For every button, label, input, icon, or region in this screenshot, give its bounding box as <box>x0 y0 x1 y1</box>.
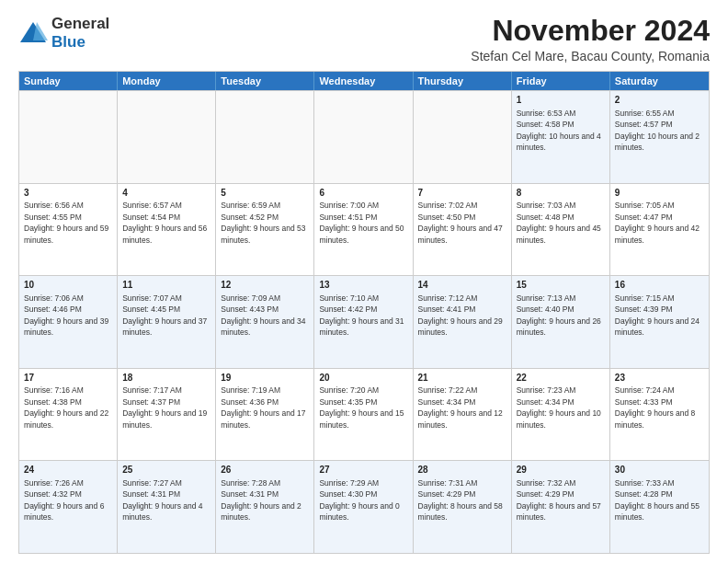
calendar-cell-day-30: 30Sunrise: 7:33 AM Sunset: 4:28 PM Dayli… <box>610 461 709 553</box>
logo-blue: Blue <box>51 33 85 51</box>
page: General Blue November 2024 Stefan Cel Ma… <box>0 0 728 563</box>
day-info-4: Sunrise: 6:57 AM Sunset: 4:54 PM Dayligh… <box>122 201 207 244</box>
day-info-19: Sunrise: 7:19 AM Sunset: 4:36 PM Dayligh… <box>221 385 305 429</box>
header-day-thursday: Thursday <box>414 72 512 90</box>
day-info-8: Sunrise: 7:03 AM Sunset: 4:48 PM Dayligh… <box>517 201 601 244</box>
calendar-cell-day-19: 19Sunrise: 7:19 AM Sunset: 4:36 PM Dayli… <box>216 369 314 461</box>
calendar-cell-day-11: 11Sunrise: 7:07 AM Sunset: 4:45 PM Dayli… <box>118 276 216 368</box>
day-number-7: 7 <box>418 187 506 200</box>
day-info-12: Sunrise: 7:09 AM Sunset: 4:43 PM Dayligh… <box>221 293 305 337</box>
day-info-20: Sunrise: 7:20 AM Sunset: 4:35 PM Dayligh… <box>319 385 404 429</box>
calendar-cell-day-26: 26Sunrise: 7:28 AM Sunset: 4:31 PM Dayli… <box>216 461 314 553</box>
calendar-cell-day-24: 24Sunrise: 7:26 AM Sunset: 4:32 PM Dayli… <box>19 461 118 553</box>
calendar-cell-day-9: 9Sunrise: 7:05 AM Sunset: 4:47 PM Daylig… <box>610 184 709 276</box>
day-number-6: 6 <box>319 187 407 200</box>
day-number-4: 4 <box>122 187 210 200</box>
day-number-5: 5 <box>221 187 309 200</box>
calendar-cell-day-4: 4Sunrise: 6:57 AM Sunset: 4:54 PM Daylig… <box>118 184 216 276</box>
day-number-8: 8 <box>517 187 605 200</box>
header-day-sunday: Sunday <box>19 72 118 90</box>
calendar-cell-day-25: 25Sunrise: 7:27 AM Sunset: 4:31 PM Dayli… <box>118 461 216 553</box>
day-info-13: Sunrise: 7:10 AM Sunset: 4:42 PM Dayligh… <box>319 293 404 337</box>
day-number-1: 1 <box>517 94 605 107</box>
calendar-cell-empty-0-3 <box>314 91 413 183</box>
calendar-cell-day-22: 22Sunrise: 7:23 AM Sunset: 4:34 PM Dayli… <box>512 369 610 461</box>
day-number-19: 19 <box>221 372 309 385</box>
calendar-cell-day-8: 8Sunrise: 7:03 AM Sunset: 4:48 PM Daylig… <box>512 184 610 276</box>
calendar-cell-day-2: 2Sunrise: 6:55 AM Sunset: 4:57 PM Daylig… <box>610 91 709 183</box>
calendar-cell-empty-0-0 <box>19 91 118 183</box>
day-number-2: 2 <box>615 94 704 107</box>
day-number-21: 21 <box>418 372 506 385</box>
day-info-15: Sunrise: 7:13 AM Sunset: 4:40 PM Dayligh… <box>517 293 601 337</box>
day-number-14: 14 <box>418 279 506 292</box>
header-day-tuesday: Tuesday <box>216 72 314 90</box>
calendar-cell-day-14: 14Sunrise: 7:12 AM Sunset: 4:41 PM Dayli… <box>414 276 512 368</box>
day-number-22: 22 <box>517 372 605 385</box>
day-number-24: 24 <box>24 464 112 477</box>
day-number-25: 25 <box>122 464 210 477</box>
day-number-29: 29 <box>517 464 605 477</box>
header: General Blue November 2024 Stefan Cel Ma… <box>18 15 710 63</box>
calendar-cell-empty-0-1 <box>118 91 216 183</box>
calendar-cell-day-16: 16Sunrise: 7:15 AM Sunset: 4:39 PM Dayli… <box>610 276 709 368</box>
header-day-monday: Monday <box>118 72 216 90</box>
calendar-cell-day-13: 13Sunrise: 7:10 AM Sunset: 4:42 PM Dayli… <box>314 276 413 368</box>
calendar-body: 1Sunrise: 6:53 AM Sunset: 4:58 PM Daylig… <box>19 90 709 553</box>
calendar-cell-day-29: 29Sunrise: 7:32 AM Sunset: 4:29 PM Dayli… <box>512 461 610 553</box>
location-subtitle: Stefan Cel Mare, Bacau County, Romania <box>471 49 710 63</box>
title-block: November 2024 Stefan Cel Mare, Bacau Cou… <box>471 15 710 63</box>
day-number-23: 23 <box>615 372 704 385</box>
day-info-3: Sunrise: 6:56 AM Sunset: 4:55 PM Dayligh… <box>24 201 108 244</box>
day-number-20: 20 <box>319 372 407 385</box>
calendar-cell-day-17: 17Sunrise: 7:16 AM Sunset: 4:38 PM Dayli… <box>19 369 118 461</box>
calendar-cell-day-5: 5Sunrise: 6:59 AM Sunset: 4:52 PM Daylig… <box>216 184 314 276</box>
calendar-cell-day-23: 23Sunrise: 7:24 AM Sunset: 4:33 PM Dayli… <box>610 369 709 461</box>
day-number-30: 30 <box>615 464 704 477</box>
day-info-1: Sunrise: 6:53 AM Sunset: 4:58 PM Dayligh… <box>517 109 601 152</box>
day-info-6: Sunrise: 7:00 AM Sunset: 4:51 PM Dayligh… <box>319 201 404 244</box>
day-info-25: Sunrise: 7:27 AM Sunset: 4:31 PM Dayligh… <box>122 478 202 522</box>
calendar: SundayMondayTuesdayWednesdayThursdayFrid… <box>18 71 710 554</box>
day-info-24: Sunrise: 7:26 AM Sunset: 4:32 PM Dayligh… <box>24 478 104 522</box>
day-info-29: Sunrise: 7:32 AM Sunset: 4:29 PM Dayligh… <box>517 478 601 522</box>
calendar-cell-day-1: 1Sunrise: 6:53 AM Sunset: 4:58 PM Daylig… <box>512 91 610 183</box>
calendar-header: SundayMondayTuesdayWednesdayThursdayFrid… <box>19 72 709 90</box>
day-number-11: 11 <box>122 279 210 292</box>
calendar-cell-day-18: 18Sunrise: 7:17 AM Sunset: 4:37 PM Dayli… <box>118 369 216 461</box>
calendar-row-2: 10Sunrise: 7:06 AM Sunset: 4:46 PM Dayli… <box>19 275 709 368</box>
day-number-15: 15 <box>517 279 605 292</box>
calendar-row-4: 24Sunrise: 7:26 AM Sunset: 4:32 PM Dayli… <box>19 460 709 553</box>
day-info-28: Sunrise: 7:31 AM Sunset: 4:29 PM Dayligh… <box>418 478 503 522</box>
calendar-cell-empty-0-4 <box>414 91 512 183</box>
day-number-26: 26 <box>221 464 309 477</box>
calendar-cell-day-3: 3Sunrise: 6:56 AM Sunset: 4:55 PM Daylig… <box>19 184 118 276</box>
day-number-13: 13 <box>319 279 407 292</box>
header-day-friday: Friday <box>512 72 610 90</box>
day-number-28: 28 <box>418 464 506 477</box>
logo-general: General <box>51 15 109 32</box>
day-info-17: Sunrise: 7:16 AM Sunset: 4:38 PM Dayligh… <box>24 385 108 429</box>
svg-marker-1 <box>33 22 48 40</box>
month-title: November 2024 <box>471 15 710 47</box>
calendar-cell-day-28: 28Sunrise: 7:31 AM Sunset: 4:29 PM Dayli… <box>414 461 512 553</box>
header-day-saturday: Saturday <box>610 72 709 90</box>
day-number-17: 17 <box>24 372 112 385</box>
day-number-9: 9 <box>615 187 704 200</box>
day-info-2: Sunrise: 6:55 AM Sunset: 4:57 PM Dayligh… <box>615 109 700 152</box>
day-info-21: Sunrise: 7:22 AM Sunset: 4:34 PM Dayligh… <box>418 385 503 429</box>
day-info-10: Sunrise: 7:06 AM Sunset: 4:46 PM Dayligh… <box>24 293 108 337</box>
calendar-cell-day-27: 27Sunrise: 7:29 AM Sunset: 4:30 PM Dayli… <box>314 461 413 553</box>
day-info-9: Sunrise: 7:05 AM Sunset: 4:47 PM Dayligh… <box>615 201 700 244</box>
calendar-cell-day-6: 6Sunrise: 7:00 AM Sunset: 4:51 PM Daylig… <box>314 184 413 276</box>
day-number-3: 3 <box>24 187 112 200</box>
day-info-7: Sunrise: 7:02 AM Sunset: 4:50 PM Dayligh… <box>418 201 503 244</box>
day-info-23: Sunrise: 7:24 AM Sunset: 4:33 PM Dayligh… <box>615 385 695 429</box>
day-number-27: 27 <box>319 464 407 477</box>
logo: General Blue <box>18 15 109 52</box>
calendar-cell-day-15: 15Sunrise: 7:13 AM Sunset: 4:40 PM Dayli… <box>512 276 610 368</box>
day-info-5: Sunrise: 6:59 AM Sunset: 4:52 PM Dayligh… <box>221 201 305 244</box>
calendar-cell-day-10: 10Sunrise: 7:06 AM Sunset: 4:46 PM Dayli… <box>19 276 118 368</box>
calendar-cell-day-21: 21Sunrise: 7:22 AM Sunset: 4:34 PM Dayli… <box>414 369 512 461</box>
header-day-wednesday: Wednesday <box>314 72 413 90</box>
